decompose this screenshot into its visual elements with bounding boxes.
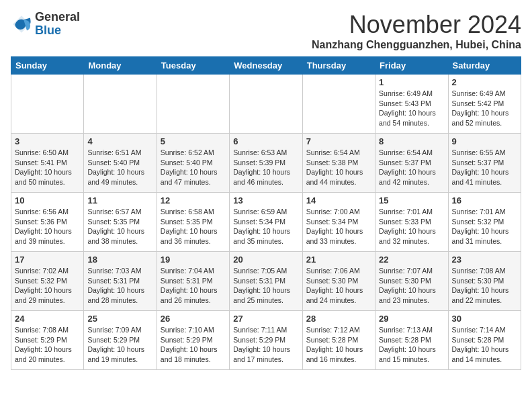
calendar-cell: 22Sunrise: 7:07 AMSunset: 5:30 PMDayligh… [375,252,448,311]
day-info: Sunrise: 7:07 AMSunset: 5:30 PMDaylight:… [379,266,444,306]
week-row-4: 17Sunrise: 7:02 AMSunset: 5:32 PMDayligh… [11,252,521,311]
month-title: November 2024 [312,11,521,39]
day-number: 27 [233,314,298,324]
day-number: 18 [87,255,152,265]
page-header: General Blue November 2024 Nanzhang Chen… [11,11,521,51]
day-info: Sunrise: 7:13 AMSunset: 5:28 PMDaylight:… [379,325,444,365]
calendar-cell: 7Sunrise: 6:54 AMSunset: 5:38 PMDaylight… [302,134,375,193]
logo-icon [11,13,32,35]
day-info: Sunrise: 6:49 AMSunset: 5:42 PMDaylight:… [452,89,517,128]
calendar-cell: 24Sunrise: 7:08 AMSunset: 5:29 PMDayligh… [11,311,84,370]
calendar-cell: 8Sunrise: 6:54 AMSunset: 5:37 PMDaylight… [375,134,448,193]
calendar-cell: 17Sunrise: 7:02 AMSunset: 5:32 PMDayligh… [11,252,84,311]
calendar-cell: 4Sunrise: 6:51 AMSunset: 5:40 PMDaylight… [84,134,157,193]
day-info: Sunrise: 7:08 AMSunset: 5:29 PMDaylight:… [15,325,80,365]
title-block: November 2024 Nanzhang Chengguanzhen, Hu… [312,11,521,51]
weekday-header-tuesday: Tuesday [157,57,229,75]
weekday-header-thursday: Thursday [302,57,375,75]
calendar-cell: 26Sunrise: 7:10 AMSunset: 5:29 PMDayligh… [157,311,229,370]
calendar-cell: 6Sunrise: 6:53 AMSunset: 5:39 PMDaylight… [230,134,302,193]
calendar-cell: 9Sunrise: 6:55 AMSunset: 5:37 PMDaylight… [448,134,521,193]
location: Nanzhang Chengguanzhen, Hubei, China [312,39,521,51]
day-number: 12 [161,195,226,205]
day-info: Sunrise: 7:06 AMSunset: 5:30 PMDaylight:… [306,266,371,306]
calendar-cell: 28Sunrise: 7:12 AMSunset: 5:28 PMDayligh… [302,311,375,370]
week-row-2: 3Sunrise: 6:50 AMSunset: 5:41 PMDaylight… [11,134,521,193]
day-info: Sunrise: 6:54 AMSunset: 5:37 PMDaylight:… [379,148,444,187]
day-number: 19 [161,255,226,265]
calendar-cell: 13Sunrise: 6:59 AMSunset: 5:34 PMDayligh… [230,193,302,252]
day-info: Sunrise: 6:53 AMSunset: 5:39 PMDaylight:… [233,148,298,187]
calendar-cell: 18Sunrise: 7:03 AMSunset: 5:31 PMDayligh… [84,252,157,311]
day-info: Sunrise: 7:08 AMSunset: 5:30 PMDaylight:… [452,266,517,306]
day-info: Sunrise: 6:58 AMSunset: 5:35 PMDaylight:… [161,207,226,246]
calendar-cell [157,75,229,134]
day-info: Sunrise: 7:01 AMSunset: 5:33 PMDaylight:… [379,207,444,246]
day-info: Sunrise: 7:10 AMSunset: 5:29 PMDaylight:… [161,325,226,365]
day-number: 4 [87,136,152,146]
day-number: 24 [15,314,80,324]
calendar-cell [84,75,157,134]
day-info: Sunrise: 7:11 AMSunset: 5:29 PMDaylight:… [233,325,298,365]
day-info: Sunrise: 6:51 AMSunset: 5:40 PMDaylight:… [87,148,152,187]
day-number: 5 [161,136,226,146]
calendar-cell: 12Sunrise: 6:58 AMSunset: 5:35 PMDayligh… [157,193,229,252]
calendar-cell: 15Sunrise: 7:01 AMSunset: 5:33 PMDayligh… [375,193,448,252]
calendar-cell: 14Sunrise: 7:00 AMSunset: 5:34 PMDayligh… [302,193,375,252]
weekday-header-wednesday: Wednesday [230,57,302,75]
week-row-5: 24Sunrise: 7:08 AMSunset: 5:29 PMDayligh… [11,311,521,370]
day-number: 16 [452,195,517,205]
day-number: 30 [452,314,517,324]
calendar-cell: 19Sunrise: 7:04 AMSunset: 5:31 PMDayligh… [157,252,229,311]
calendar-cell: 2Sunrise: 6:49 AMSunset: 5:42 PMDaylight… [448,75,521,134]
weekday-header-friday: Friday [375,57,448,75]
day-number: 22 [379,255,444,265]
day-number: 15 [379,195,444,205]
day-number: 17 [15,255,80,265]
day-number: 2 [452,77,517,87]
weekday-header-monday: Monday [84,57,157,75]
calendar-cell: 3Sunrise: 6:50 AMSunset: 5:41 PMDaylight… [11,134,84,193]
calendar-cell [302,75,375,134]
day-number: 9 [452,136,517,146]
day-number: 14 [306,195,371,205]
weekday-header-sunday: Sunday [11,57,84,75]
day-info: Sunrise: 6:54 AMSunset: 5:38 PMDaylight:… [306,148,371,187]
weekday-header-saturday: Saturday [448,57,521,75]
day-info: Sunrise: 6:52 AMSunset: 5:40 PMDaylight:… [161,148,226,187]
day-number: 20 [233,255,298,265]
day-number: 23 [452,255,517,265]
calendar-cell [11,75,84,134]
calendar-cell: 23Sunrise: 7:08 AMSunset: 5:30 PMDayligh… [448,252,521,311]
calendar: SundayMondayTuesdayWednesdayThursdayFrid… [11,56,521,370]
weekday-header-row: SundayMondayTuesdayWednesdayThursdayFrid… [11,57,521,75]
day-number: 26 [161,314,226,324]
calendar-cell [230,75,302,134]
calendar-cell: 11Sunrise: 6:57 AMSunset: 5:35 PMDayligh… [84,193,157,252]
calendar-cell: 25Sunrise: 7:09 AMSunset: 5:29 PMDayligh… [84,311,157,370]
calendar-cell: 16Sunrise: 7:01 AMSunset: 5:32 PMDayligh… [448,193,521,252]
day-info: Sunrise: 7:03 AMSunset: 5:31 PMDaylight:… [87,266,152,306]
day-info: Sunrise: 7:09 AMSunset: 5:29 PMDaylight:… [87,325,152,365]
day-info: Sunrise: 7:12 AMSunset: 5:28 PMDaylight:… [306,325,371,365]
day-info: Sunrise: 6:49 AMSunset: 5:43 PMDaylight:… [379,89,444,128]
logo: General Blue [11,11,80,38]
day-info: Sunrise: 7:01 AMSunset: 5:32 PMDaylight:… [452,207,517,246]
day-info: Sunrise: 6:55 AMSunset: 5:37 PMDaylight:… [452,148,517,187]
day-number: 7 [306,136,371,146]
logo-text: General Blue [35,11,80,38]
day-info: Sunrise: 6:50 AMSunset: 5:41 PMDaylight:… [15,148,80,187]
day-info: Sunrise: 6:56 AMSunset: 5:36 PMDaylight:… [15,207,80,246]
day-number: 3 [15,136,80,146]
calendar-cell: 20Sunrise: 7:05 AMSunset: 5:31 PMDayligh… [230,252,302,311]
calendar-cell: 30Sunrise: 7:14 AMSunset: 5:28 PMDayligh… [448,311,521,370]
day-number: 11 [87,195,152,205]
day-info: Sunrise: 6:59 AMSunset: 5:34 PMDaylight:… [233,207,298,246]
day-info: Sunrise: 7:14 AMSunset: 5:28 PMDaylight:… [452,325,517,365]
day-info: Sunrise: 6:57 AMSunset: 5:35 PMDaylight:… [87,207,152,246]
day-info: Sunrise: 7:02 AMSunset: 5:32 PMDaylight:… [15,266,80,306]
calendar-cell: 5Sunrise: 6:52 AMSunset: 5:40 PMDaylight… [157,134,229,193]
calendar-cell: 27Sunrise: 7:11 AMSunset: 5:29 PMDayligh… [230,311,302,370]
calendar-cell: 29Sunrise: 7:13 AMSunset: 5:28 PMDayligh… [375,311,448,370]
week-row-3: 10Sunrise: 6:56 AMSunset: 5:36 PMDayligh… [11,193,521,252]
